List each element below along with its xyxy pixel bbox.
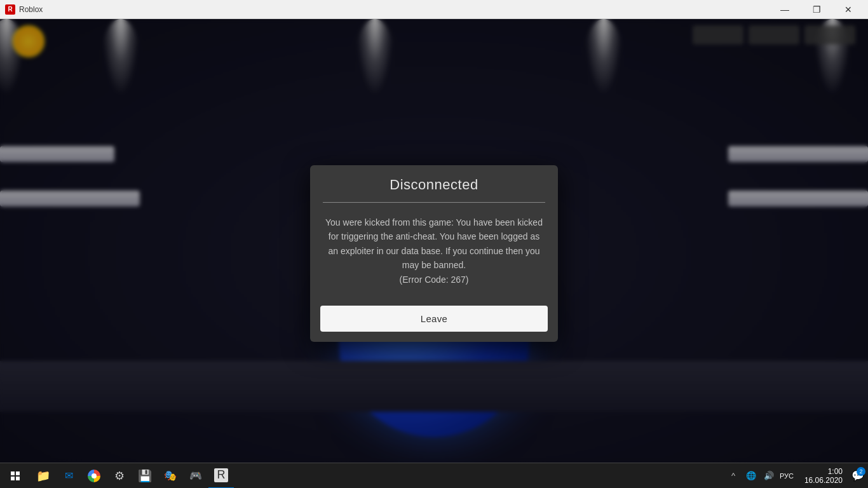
- modal-body: You were kicked from this game: You have…: [310, 203, 558, 299]
- notification-button[interactable]: 💬 2: [848, 463, 868, 489]
- taskbar-steam[interactable]: 🎮: [183, 463, 208, 489]
- modal-footer: Leave: [310, 299, 558, 342]
- system-tray: ^ 🌐 🔊 РУС: [721, 463, 799, 489]
- window-controls: — ❐ ✕: [770, 0, 863, 19]
- taskbar: 📁 ✉ ⚙ 💾 🎭 🎮 R ^ 🌐 🔊 РУС 1:00 16.06.2020 …: [0, 463, 868, 488]
- app-icon: R: [5, 4, 15, 15]
- start-button[interactable]: [0, 463, 31, 489]
- taskbar-mail[interactable]: ✉: [56, 463, 81, 489]
- windows-icon: [11, 471, 20, 480]
- taskbar-floppy[interactable]: 💾: [132, 463, 158, 489]
- title-bar: R Roblox — ❐ ✕: [0, 0, 868, 19]
- clock-date: 16.06.2020: [804, 476, 843, 485]
- taskbar-settings[interactable]: ⚙: [107, 463, 132, 489]
- taskbar-clock[interactable]: 1:00 16.06.2020: [799, 463, 848, 489]
- window-title: Roblox: [19, 5, 770, 14]
- minimize-button[interactable]: —: [770, 0, 799, 19]
- modal-header: Disconnected: [310, 165, 558, 202]
- taskbar-file-explorer[interactable]: 📁: [31, 463, 56, 489]
- game-background: Disconnected You were kicked from this g…: [0, 19, 868, 488]
- roblox-icon: R: [214, 468, 228, 482]
- tray-network[interactable]: 🌐: [743, 463, 759, 489]
- modal-message: You were kicked from this game: You have…: [325, 215, 543, 287]
- taskbar-chrome[interactable]: [81, 463, 107, 489]
- close-button[interactable]: ✕: [834, 0, 863, 19]
- leave-button[interactable]: Leave: [320, 306, 548, 332]
- taskbar-media[interactable]: 🎭: [158, 463, 183, 489]
- tray-chevron[interactable]: ^: [726, 463, 741, 489]
- tray-language[interactable]: РУС: [779, 463, 794, 489]
- modal-title: Disconnected: [390, 177, 478, 193]
- clock-time: 1:00: [828, 467, 843, 476]
- maximize-button[interactable]: ❐: [802, 0, 831, 19]
- chrome-icon: [88, 470, 100, 482]
- notification-badge: 2: [857, 467, 865, 476]
- taskbar-roblox[interactable]: R: [208, 463, 234, 489]
- tray-sound[interactable]: 🔊: [761, 463, 776, 489]
- disconnected-modal: Disconnected You were kicked from this g…: [310, 165, 558, 342]
